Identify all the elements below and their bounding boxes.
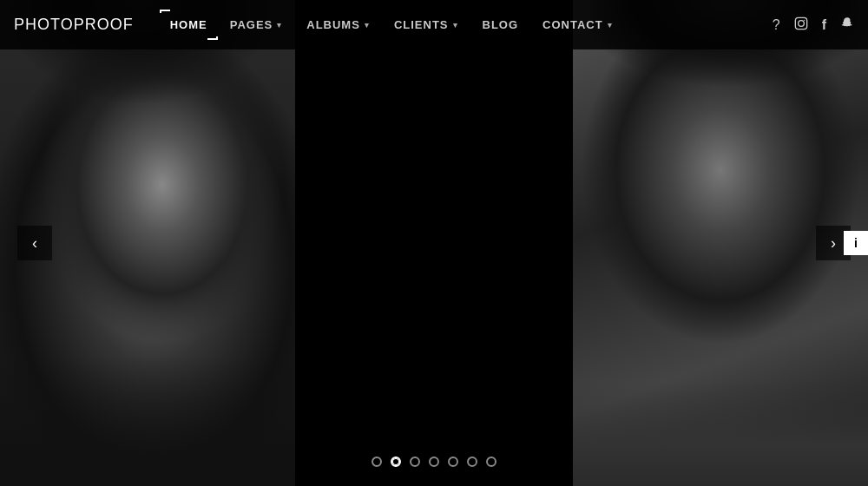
dot-0[interactable] <box>372 456 382 467</box>
logo[interactable]: PHOTOPROOF <box>14 16 134 34</box>
contact-chevron: ▾ <box>608 21 613 30</box>
pages-chevron: ▾ <box>277 21 282 30</box>
nav-item-contact[interactable]: CONTACT ▾ <box>530 18 625 31</box>
snapchat-icon[interactable] <box>840 16 854 33</box>
svg-point-1 <box>798 21 804 27</box>
albums-label: ALBUMS <box>306 18 360 31</box>
dot-3[interactable] <box>429 456 439 467</box>
dot-1[interactable] <box>391 456 401 467</box>
slider <box>0 0 868 486</box>
slide-indicators <box>372 456 496 467</box>
dot-4[interactable] <box>448 456 458 467</box>
info-icon: i <box>854 236 858 250</box>
contact-label: CONTACT <box>542 18 603 31</box>
dot-5[interactable] <box>467 456 477 467</box>
info-button[interactable]: i <box>844 231 868 255</box>
nav-item-pages[interactable]: PAGES ▾ <box>218 18 295 31</box>
blog-label: BLOG <box>483 18 519 31</box>
prev-icon: ‹ <box>32 234 37 253</box>
facebook-icon[interactable]: f <box>822 17 826 33</box>
clients-label: CLIENTS <box>394 18 449 31</box>
svg-rect-0 <box>795 17 806 29</box>
pages-label: PAGES <box>230 18 273 31</box>
nav-item-blog[interactable]: BLOG <box>470 18 531 31</box>
navbar: PHOTOPROOF HOME PAGES ▾ ALBUMS ▾ CLIENTS… <box>0 0 868 49</box>
nav-items: PAGES ▾ ALBUMS ▾ CLIENTS ▾ BLOG CONTACT … <box>218 18 773 31</box>
home-label: HOME <box>170 18 207 31</box>
help-icon[interactable]: ? <box>773 17 780 33</box>
nav-item-clients[interactable]: CLIENTS ▾ <box>382 18 470 31</box>
prev-button[interactable]: ‹ <box>17 226 52 260</box>
albums-chevron: ▾ <box>365 21 370 30</box>
dot-2[interactable] <box>410 456 420 467</box>
next-icon: › <box>831 234 836 253</box>
nav-item-albums[interactable]: ALBUMS ▾ <box>294 18 382 31</box>
clients-chevron: ▾ <box>453 21 458 30</box>
dot-6[interactable] <box>486 456 496 467</box>
logo-part1: PHOTO <box>14 16 74 33</box>
instagram-icon[interactable] <box>794 16 808 33</box>
panel-center <box>295 0 573 486</box>
svg-point-2 <box>804 20 805 21</box>
nav-item-home[interactable]: HOME <box>160 18 218 31</box>
logo-part2: PROOF <box>74 16 134 33</box>
nav-social-icons: ? f <box>773 16 854 33</box>
